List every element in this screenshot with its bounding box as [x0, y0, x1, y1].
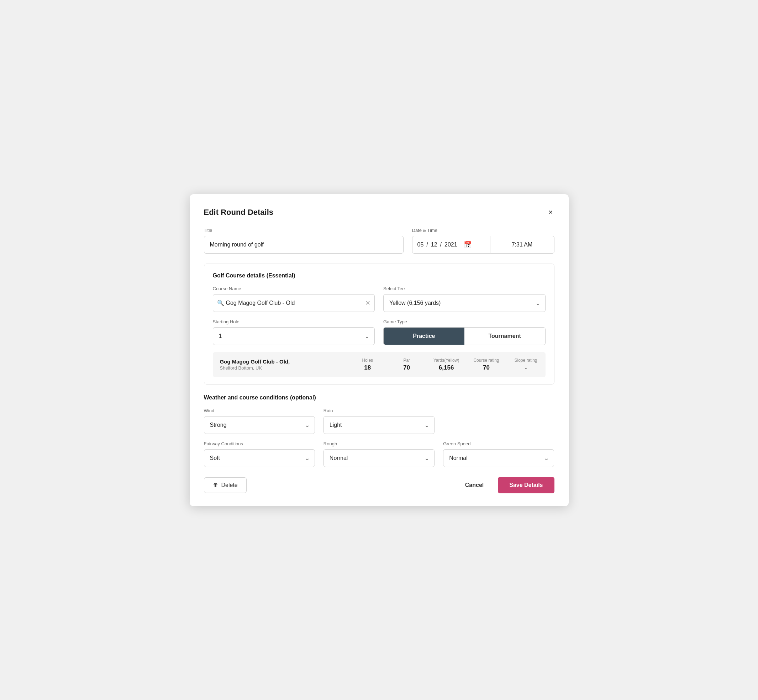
fairway-rough-green-row: Fairway Conditions Dry Soft Normal Wet ⌄… [204, 441, 554, 467]
slope-rating-value: - [525, 364, 527, 371]
golf-course-title: Golf Course details (Essential) [213, 272, 545, 279]
game-type-label: Game Type [383, 319, 545, 324]
rain-dropdown[interactable]: None Light Moderate Heavy [324, 416, 434, 434]
wind-dropdown[interactable]: Calm Light Moderate Strong Very Strong [204, 416, 315, 434]
green-speed-group: Green Speed Slow Normal Fast Very Fast ⌄ [443, 441, 554, 467]
rough-group: Rough Short Normal Long Very Long ⌄ [324, 441, 434, 467]
fairway-group: Fairway Conditions Dry Soft Normal Wet ⌄ [204, 441, 315, 467]
title-input[interactable] [204, 236, 404, 254]
modal-title: Edit Round Details [204, 208, 274, 217]
footer-row: 🗑 Delete Cancel Save Details [204, 477, 554, 493]
select-tee-group: Select Tee Yellow (6,156 yards) Red Whit… [383, 286, 545, 312]
slope-rating-stat: Slope rating - [514, 358, 539, 371]
starting-hole-label: Starting Hole [213, 319, 375, 324]
wind-rain-row: Wind Calm Light Moderate Strong Very Str… [204, 408, 554, 434]
starting-hole-group: Starting Hole 1234 5678 910 ⌄ [213, 319, 375, 345]
calendar-icon: 📅 [464, 241, 471, 248]
course-name-search-wrap: 🔍 ✕ [213, 294, 375, 312]
rough-select-wrap: Short Normal Long Very Long ⌄ [324, 449, 434, 467]
course-rating-label: Course rating [473, 358, 499, 363]
fairway-label: Fairway Conditions [204, 441, 315, 446]
fairway-select-wrap: Dry Soft Normal Wet ⌄ [204, 449, 315, 467]
save-button[interactable]: Save Details [498, 477, 554, 493]
par-label: Par [403, 358, 410, 363]
modal-header: Edit Round Details × [204, 207, 554, 218]
course-rating-stat: Course rating 70 [473, 358, 499, 371]
time-input[interactable]: 7:31 AM [490, 236, 554, 254]
par-stat: Par 70 [394, 358, 419, 371]
yards-label: Yards(Yellow) [434, 358, 459, 363]
course-name-tee-row: Course Name 🔍 ✕ Select Tee Yellow (6,156… [213, 286, 545, 312]
holes-value: 18 [364, 364, 371, 371]
date-sep1: / [426, 242, 428, 248]
course-info-location: Shelford Bottom, UK [220, 365, 341, 370]
holes-stat: Holes 18 [355, 358, 380, 371]
course-name-group: Course Name 🔍 ✕ [213, 286, 375, 312]
course-info-name-text: Gog Magog Golf Club - Old, [220, 359, 341, 364]
green-speed-label: Green Speed [443, 441, 554, 446]
rain-label: Rain [324, 408, 434, 413]
select-tee-dropdown[interactable]: Yellow (6,156 yards) Red White Blue [383, 294, 545, 312]
select-tee-wrap: Yellow (6,156 yards) Red White Blue ⌄ [383, 294, 545, 312]
game-type-group: Game Type Practice Tournament [383, 319, 545, 345]
green-speed-select-wrap: Slow Normal Fast Very Fast ⌄ [443, 449, 554, 467]
course-name-input[interactable] [213, 294, 375, 312]
title-label: Title [204, 228, 404, 233]
starting-hole-wrap: 1234 5678 910 ⌄ [213, 327, 375, 345]
weather-section: Weather and course conditions (optional)… [204, 394, 554, 467]
starting-hole-gametype-row: Starting Hole 1234 5678 910 ⌄ Game Type … [213, 319, 545, 345]
tournament-button[interactable]: Tournament [464, 328, 545, 345]
fairway-dropdown[interactable]: Dry Soft Normal Wet [204, 449, 315, 467]
close-button[interactable]: × [547, 207, 554, 218]
game-type-toggle: Practice Tournament [383, 327, 545, 345]
date-sep2: / [440, 242, 442, 248]
rain-select-wrap: None Light Moderate Heavy ⌄ [324, 416, 434, 434]
date-day: 12 [431, 242, 437, 248]
weather-spacer [443, 408, 554, 434]
time-value: 7:31 AM [512, 242, 533, 248]
select-tee-label: Select Tee [383, 286, 545, 291]
practice-button[interactable]: Practice [384, 328, 464, 345]
course-info-row: Gog Magog Golf Club - Old, Shelford Bott… [213, 352, 545, 377]
wind-select-wrap: Calm Light Moderate Strong Very Strong ⌄ [204, 416, 315, 434]
weather-title: Weather and course conditions (optional) [204, 394, 554, 401]
green-speed-dropdown[interactable]: Slow Normal Fast Very Fast [443, 449, 554, 467]
footer-right: Cancel Save Details [459, 477, 554, 493]
rough-dropdown[interactable]: Short Normal Long Very Long [324, 449, 434, 467]
rough-label: Rough [324, 441, 434, 446]
trash-icon: 🗑 [213, 482, 219, 488]
title-field-group: Title [204, 228, 404, 254]
wind-group: Wind Calm Light Moderate Strong Very Str… [204, 408, 315, 434]
delete-label: Delete [221, 482, 238, 488]
golf-course-section: Golf Course details (Essential) Course N… [204, 264, 554, 384]
date-year: 2021 [445, 242, 457, 248]
date-time-label: Date & Time [412, 228, 554, 233]
delete-button[interactable]: 🗑 Delete [204, 477, 247, 493]
date-month: 05 [417, 242, 424, 248]
date-input[interactable]: 05 / 12 / 2021 📅 [412, 236, 490, 254]
course-name-label: Course Name [213, 286, 375, 291]
cancel-button[interactable]: Cancel [459, 478, 489, 493]
rain-group: Rain None Light Moderate Heavy ⌄ [324, 408, 434, 434]
slope-rating-label: Slope rating [514, 358, 537, 363]
wind-label: Wind [204, 408, 315, 413]
edit-round-modal: Edit Round Details × Title Date & Time 0… [190, 194, 568, 506]
top-row: Title Date & Time 05 / 12 / 2021 📅 7:31 … [204, 228, 554, 254]
search-icon: 🔍 [217, 300, 224, 306]
clear-course-icon[interactable]: ✕ [365, 299, 370, 307]
starting-hole-dropdown[interactable]: 1234 5678 910 [213, 327, 375, 345]
date-time-group: Date & Time 05 / 12 / 2021 📅 7:31 AM [412, 228, 554, 254]
date-time-row: 05 / 12 / 2021 📅 7:31 AM [412, 236, 554, 254]
yards-stat: Yards(Yellow) 6,156 [434, 358, 459, 371]
par-value: 70 [403, 364, 410, 371]
holes-label: Holes [362, 358, 373, 363]
course-info-name: Gog Magog Golf Club - Old, Shelford Bott… [220, 359, 341, 370]
yards-value: 6,156 [439, 364, 454, 371]
course-rating-value: 70 [483, 364, 490, 371]
